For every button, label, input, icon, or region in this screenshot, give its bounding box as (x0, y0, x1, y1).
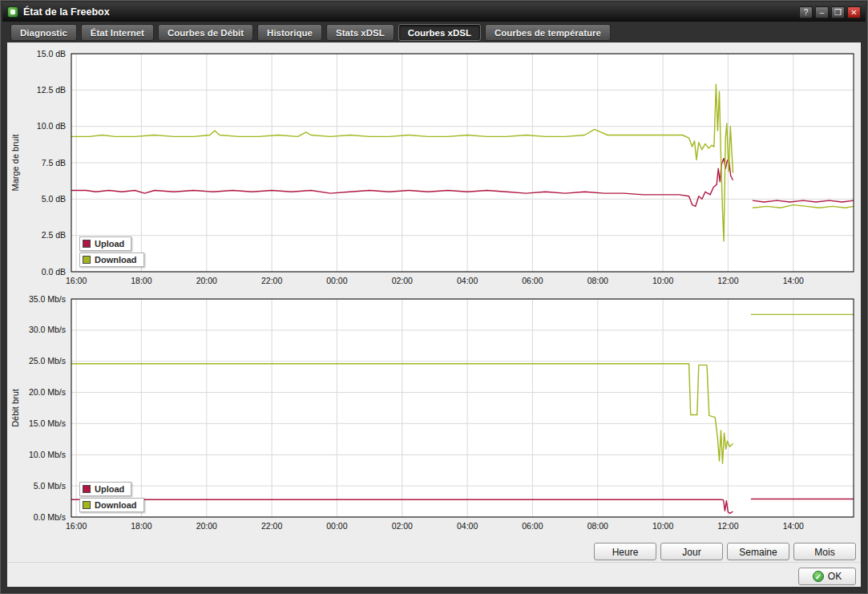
svg-text:25.0 Mb/s: 25.0 Mb/s (29, 356, 66, 366)
svg-text:15.0 dB: 15.0 dB (37, 49, 66, 59)
legend-upload-label: Upload (95, 484, 124, 494)
svg-text:30.0 Mb/s: 30.0 Mb/s (29, 325, 66, 334)
window-controls: ? – ❐ ✕ (799, 6, 861, 18)
upload-swatch-icon (83, 485, 91, 493)
legend-download-label: Download (95, 255, 137, 265)
svg-text:14:00: 14:00 (783, 521, 804, 531)
svg-text:08:00: 08:00 (587, 521, 608, 531)
svg-text:22:00: 22:00 (261, 276, 282, 285)
tab-courbes-de-debit[interactable]: Courbes de Débit (158, 24, 253, 41)
legend-item-download: Download (79, 498, 144, 512)
screen: État de la Freebox ? – ❐ ✕ Diagnostic Ét… (0, 0, 868, 594)
close-icon[interactable]: ✕ (847, 6, 861, 18)
time-range-buttons: Heure Jour Semaine Mois (594, 543, 856, 560)
svg-text:10:00: 10:00 (652, 521, 673, 531)
svg-text:20:00: 20:00 (196, 521, 217, 531)
noise-margin-chart: 15.0 dB12.5 dB10.0 dB7.5 dB5.0 dB2.5 dB0… (7, 44, 862, 291)
jour-button[interactable]: Jour (660, 543, 723, 560)
svg-text:08:00: 08:00 (587, 276, 608, 285)
legend-download-label: Download (95, 500, 137, 510)
window-title: État de la Freebox (23, 6, 794, 18)
svg-text:12:00: 12:00 (717, 276, 738, 285)
svg-text:5.0 dB: 5.0 dB (42, 194, 66, 204)
legend-upload-label: Upload (95, 239, 124, 249)
upload-swatch-icon (83, 240, 91, 248)
tab-courbes-xdsl[interactable]: Courbes xDSL (398, 24, 481, 41)
svg-text:15.0 Mb/s: 15.0 Mb/s (29, 418, 66, 428)
svg-text:0.0 dB: 0.0 dB (42, 267, 66, 277)
svg-text:18:00: 18:00 (131, 521, 151, 531)
tab-bar: Diagnostic État Internet Courbes de Débi… (10, 24, 859, 42)
maximize-icon[interactable]: ❐ (831, 6, 845, 18)
svg-text:14:00: 14:00 (783, 276, 804, 285)
svg-text:12:00: 12:00 (717, 521, 738, 531)
svg-text:10.0 Mb/s: 10.0 Mb/s (29, 450, 66, 459)
help-icon[interactable]: ? (799, 6, 813, 18)
mois-button[interactable]: Mois (793, 543, 856, 560)
heure-button[interactable]: Heure (594, 543, 656, 560)
svg-text:22:00: 22:00 (261, 521, 282, 531)
svg-text:00:00: 00:00 (326, 521, 347, 531)
svg-text:16:00: 16:00 (66, 521, 87, 531)
check-icon: ✓ (813, 571, 824, 582)
svg-text:02:00: 02:00 (392, 276, 413, 285)
svg-text:02:00: 02:00 (392, 521, 413, 531)
bitrate-chart: 35.0 Mb/s30.0 Mb/s25.0 Mb/s20.0 Mb/s15.0… (7, 293, 862, 539)
svg-text:12.5 dB: 12.5 dB (37, 85, 66, 95)
ok-button[interactable]: ✓ OK (798, 568, 856, 585)
tab-courbes-de-temperature[interactable]: Courbes de température (485, 24, 611, 41)
content-panel: 15.0 dB12.5 dB10.0 dB7.5 dB5.0 dB2.5 dB0… (7, 42, 861, 587)
svg-text:Marge de bruit: Marge de bruit (10, 135, 20, 192)
legend-item-upload: Upload (79, 236, 131, 251)
svg-text:18:00: 18:00 (131, 276, 151, 285)
noise-margin-legend: Upload Download (79, 235, 144, 267)
svg-text:0.0 Mb/s: 0.0 Mb/s (34, 512, 66, 522)
dialog-footer: ✓ OK (7, 562, 861, 587)
tab-stats-xdsl[interactable]: Stats xDSL (326, 24, 394, 41)
freebox-status-window: État de la Freebox ? – ❐ ✕ Diagnostic Ét… (0, 0, 868, 594)
svg-text:16:00: 16:00 (66, 276, 87, 285)
legend-item-upload: Upload (79, 482, 131, 496)
svg-text:20.0 Mb/s: 20.0 Mb/s (29, 387, 66, 397)
svg-text:00:00: 00:00 (326, 276, 347, 285)
tab-etat-internet[interactable]: État Internet (81, 24, 154, 41)
download-swatch-icon (83, 501, 91, 509)
app-icon (7, 6, 18, 18)
minimize-icon[interactable]: – (815, 6, 829, 18)
svg-text:06:00: 06:00 (522, 521, 543, 531)
svg-text:2.5 dB: 2.5 dB (42, 230, 66, 240)
svg-text:5.0 Mb/s: 5.0 Mb/s (34, 481, 66, 491)
bitrate-legend: Upload Download (79, 480, 144, 512)
legend-item-download: Download (79, 253, 144, 267)
svg-text:7.5 dB: 7.5 dB (42, 158, 66, 168)
tab-historique[interactable]: Historique (257, 24, 322, 41)
svg-text:10:00: 10:00 (652, 276, 673, 285)
svg-text:20:00: 20:00 (196, 276, 217, 285)
tab-diagnostic[interactable]: Diagnostic (10, 24, 77, 41)
svg-text:04:00: 04:00 (457, 521, 478, 531)
svg-text:04:00: 04:00 (457, 276, 478, 285)
svg-text:06:00: 06:00 (522, 276, 543, 285)
svg-text:Débit brut: Débit brut (10, 389, 20, 427)
svg-text:10.0 dB: 10.0 dB (37, 121, 66, 131)
ok-label: OK (828, 568, 842, 584)
titlebar[interactable]: État de la Freebox ? – ❐ ✕ (2, 2, 866, 22)
svg-text:35.0 Mb/s: 35.0 Mb/s (29, 294, 66, 304)
download-swatch-icon (83, 256, 91, 264)
semaine-button[interactable]: Semaine (727, 543, 789, 560)
